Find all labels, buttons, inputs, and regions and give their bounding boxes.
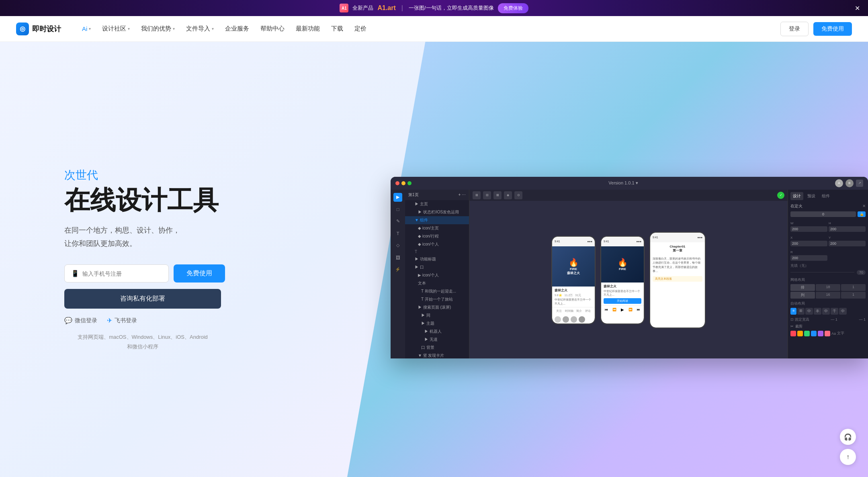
phone-input[interactable]: [82, 270, 162, 277]
layout-btn-7[interactable]: 中: [839, 308, 847, 315]
layer-item[interactable]: ▼ 竖 发现卡片: [405, 352, 469, 358]
layer-item[interactable]: T 开始一个了旅站: [405, 295, 469, 303]
color-swatch-3[interactable]: [804, 331, 810, 336]
sidebar-image-tool[interactable]: 🖼: [393, 253, 402, 262]
panel-tab-design[interactable]: 设计: [790, 192, 803, 200]
layer-item[interactable]: ▶ 搜索页面 (滚屏): [405, 303, 469, 311]
layer-item[interactable]: ▶ 同: [405, 311, 469, 319]
right-panel: 设计 预设 组件 在定火 ✕ 0 🔒 W: [788, 190, 868, 358]
toolbar-distribute[interactable]: ⊠: [493, 191, 502, 199]
layer-item[interactable]: ▶ 无道: [405, 336, 469, 344]
layer-item[interactable]: ◆ icon/行程: [405, 232, 469, 240]
color-swatch-6[interactable]: [825, 331, 830, 336]
wechat-login[interactable]: 💬 微信登录: [64, 317, 97, 324]
panel-lock[interactable]: 🔒: [858, 211, 866, 217]
color-swatch-2[interactable]: [797, 331, 803, 336]
scroll-to-top-button[interactable]: ↑: [840, 449, 856, 465]
sidebar-frame-tool[interactable]: □: [393, 205, 402, 214]
layer-item[interactable]: ▶ icon/个人: [405, 271, 469, 279]
consult-button[interactable]: 咨询私有化部署: [64, 289, 221, 309]
layer-item[interactable]: ◆ icon/个人: [405, 240, 469, 248]
feishu-login[interactable]: ✈ 飞书登录: [107, 317, 137, 324]
layer-item[interactable]: 口 背景: [405, 344, 469, 352]
toolbar-align[interactable]: ⊟: [483, 191, 491, 199]
sidebar-pen-tool[interactable]: ✎: [393, 217, 402, 226]
panel-x[interactable]: 200: [790, 241, 827, 246]
layout-btn-1[interactable]: ≡: [790, 308, 796, 315]
banner-separator: |: [401, 4, 403, 12]
layer-item[interactable]: T 和我的一起迎走...: [405, 287, 469, 295]
layer-item[interactable]: ▶ 主题: [405, 319, 469, 328]
color-swatch-5[interactable]: [818, 331, 823, 336]
panel-rotation[interactable]: 200: [790, 255, 827, 261]
layer-item[interactable]: ▶ 机器人: [405, 328, 469, 336]
nav-item-new-features[interactable]: 最新功能: [291, 23, 325, 35]
banner-cta-button[interactable]: 免费体验: [498, 3, 528, 13]
nav-item-design-community[interactable]: 设计社区 ▾: [97, 23, 135, 35]
headphone-button[interactable]: 🎧: [840, 429, 856, 445]
canvas-toolbar: ⊞ ⊟ ⊠ ◈ ⊙ ✓: [469, 190, 788, 201]
canvas-area: ⊞ ⊟ ⊠ ◈ ⊙ ✓ 9:41 ●●●: [469, 190, 788, 358]
nav-item-ai[interactable]: Ai ▾: [77, 23, 96, 35]
layer-item[interactable]: T: [405, 248, 469, 255]
grid-col[interactable]: 排: [790, 284, 815, 291]
hero-description: 在同一个地方，构思、设计、协作， 让你和团队更加高效。: [64, 224, 225, 250]
grid-w[interactable]: 18: [816, 284, 840, 291]
logo[interactable]: ◎ 即时设计: [16, 23, 61, 35]
layer-item-selected[interactable]: ▼ 组件: [405, 216, 469, 224]
nav-chevron-community: ▾: [128, 27, 130, 31]
nav-item-enterprise[interactable]: 企业服务: [220, 23, 254, 35]
layout-btn-2[interactable]: ⊞: [797, 308, 805, 315]
grid-col2[interactable]: 列: [790, 292, 815, 299]
layout-btn-4[interactable]: 丰: [814, 308, 821, 315]
free-use-button[interactable]: 免费使用: [813, 22, 852, 36]
color-swatch-4[interactable]: [811, 331, 817, 336]
toolbar-arrange[interactable]: ⊞: [473, 191, 481, 199]
nav-item-pricing[interactable]: 定价: [350, 23, 371, 35]
nav-item-help[interactable]: 帮助中心: [256, 23, 289, 35]
layout-btn-3[interactable]: 中: [805, 308, 813, 315]
banner-close-button[interactable]: ✕: [855, 4, 860, 12]
app-body: ▶ □ ✎ T ◇ 🖼 ⚡ 第1页 + ⋯ ▶ 主页 ▶ 状态栏/iOS发色运用: [391, 190, 868, 358]
color-swatch-1[interactable]: [790, 331, 796, 336]
layer-item[interactable]: ▶ 功能标题: [405, 255, 469, 263]
toolbar-mask[interactable]: ⊙: [514, 191, 522, 199]
panel-value-w[interactable]: 0: [790, 211, 856, 217]
grid-h[interactable]: 1: [841, 284, 866, 291]
login-button[interactable]: 登录: [780, 22, 809, 36]
layer-item[interactable]: 文本: [405, 279, 469, 287]
minimize-dot[interactable]: [401, 181, 405, 185]
nav-item-import[interactable]: 文件导入 ▾: [181, 23, 219, 35]
sidebar-text-tool[interactable]: T: [393, 229, 402, 238]
layout-btn-5[interactable]: 中: [822, 308, 830, 315]
phone-input-wrapper[interactable]: 📱: [64, 264, 169, 283]
layer-item[interactable]: ▶ 口: [405, 263, 469, 271]
layer-item[interactable]: ◆ icon/主页: [405, 224, 469, 232]
feishu-icon: ✈: [107, 317, 112, 324]
sidebar-cursor-tool[interactable]: ▶: [393, 193, 402, 202]
hero-free-button[interactable]: 免费使用: [174, 264, 225, 283]
sidebar-shape-tool[interactable]: ◇: [393, 241, 402, 250]
panel-y[interactable]: 200: [829, 241, 866, 246]
layer-item[interactable]: ▶ 主页: [405, 200, 469, 208]
layout-btn-6[interactable]: 千: [831, 308, 838, 315]
panel-close[interactable]: ✕: [862, 204, 866, 208]
grid-h2[interactable]: 1: [841, 292, 866, 299]
nav-item-download[interactable]: 下载: [326, 23, 348, 35]
download-btn[interactable]: 开始阅读: [604, 298, 641, 304]
panel-height[interactable]: 200: [829, 226, 866, 232]
panel-width[interactable]: 200: [790, 226, 827, 232]
panel-tab-component[interactable]: 组件: [819, 192, 832, 200]
logo-text: 即时设计: [32, 24, 61, 34]
sidebar-plugin-tool[interactable]: ⚡: [393, 265, 402, 274]
toolbar-component[interactable]: ◈: [504, 191, 512, 199]
close-dot[interactable]: [395, 181, 399, 185]
layer-item[interactable]: ▶ 状态栏/iOS发色运用: [405, 208, 469, 216]
grid-w2[interactable]: 16: [816, 292, 840, 299]
sidebar-icons: ▶ □ ✎ T ◇ 🖼 ⚡: [391, 190, 405, 358]
opacity-value[interactable]: 70: [857, 270, 866, 275]
panel-tab-preset[interactable]: 预设: [805, 192, 818, 200]
nav-item-advantages[interactable]: 我们的优势 ▾: [136, 23, 180, 35]
maximize-dot[interactable]: [407, 181, 411, 185]
share-button[interactable]: ↗: [856, 180, 863, 187]
